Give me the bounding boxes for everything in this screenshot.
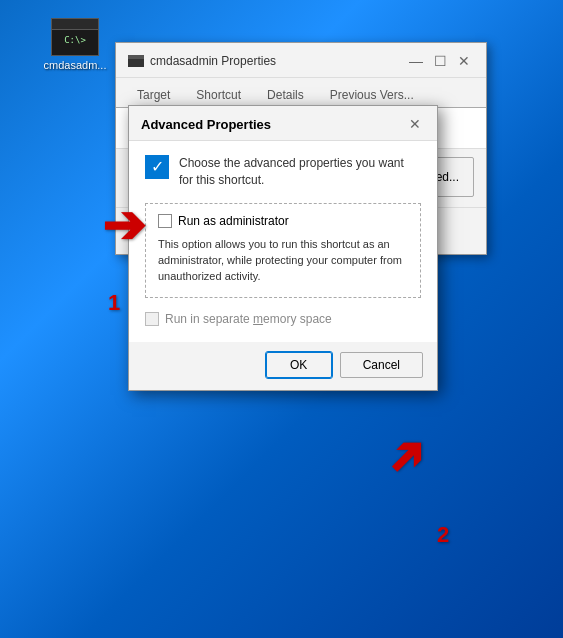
run-as-admin-description: This option allows you to run this short… <box>158 238 402 283</box>
properties-titlebar: cmdasadmin Properties — ☐ ✕ <box>116 43 486 78</box>
advanced-body: ✓ Choose the advanced properties you wan… <box>129 141 437 342</box>
arrow-2-indicator: ➔ <box>371 422 439 490</box>
advanced-footer: OK Cancel <box>129 342 437 390</box>
cmd-window-icon <box>128 55 144 67</box>
run-as-section: Run as administrator This option allows … <box>145 203 421 298</box>
advanced-close-button[interactable]: ✕ <box>405 114 425 134</box>
advanced-title-text: Advanced Properties <box>141 117 271 132</box>
run-as-row: Run as administrator <box>158 214 408 228</box>
advanced-checkbox[interactable]: ✓ <box>145 155 169 179</box>
properties-tabs: Target Shortcut Details Previous Vers... <box>116 78 486 108</box>
run-as-admin-label: Run as administrator <box>178 214 289 228</box>
number-2-label: 2 <box>437 522 449 548</box>
checkmark-icon: ✓ <box>151 159 164 175</box>
number-1-label: 1 <box>108 290 120 316</box>
maximize-button[interactable]: ☐ <box>430 51 450 71</box>
minimize-button[interactable]: — <box>406 51 426 71</box>
run-as-admin-checkbox[interactable] <box>158 214 172 228</box>
advanced-ok-button[interactable]: OK <box>266 352 332 378</box>
advanced-cancel-button[interactable]: Cancel <box>340 352 423 378</box>
properties-title: cmdasadmin Properties <box>128 54 276 68</box>
advanced-titlebar: Advanced Properties ✕ <box>129 106 437 141</box>
cmd-icon-text: C:\> <box>64 35 86 45</box>
advanced-header-row: ✓ Choose the advanced properties you wan… <box>145 155 421 189</box>
tab-previous-versions[interactable]: Previous Vers... <box>317 82 427 107</box>
run-separate-label: Run in separate memory space <box>165 312 332 326</box>
properties-title-text: cmdasadmin Properties <box>150 54 276 68</box>
close-button[interactable]: ✕ <box>454 51 474 71</box>
advanced-properties-dialog: Advanced Properties ✕ ✓ Choose the advan… <box>128 105 438 391</box>
run-separate-checkbox[interactable] <box>145 312 159 326</box>
desktop-icon-label: cmdasadm... <box>44 59 107 71</box>
run-separate-row: Run in separate memory space <box>145 308 421 330</box>
properties-window-controls: — ☐ ✕ <box>406 51 474 71</box>
desktop-icon-cmdasadmin[interactable]: C:\> cmdasadm... <box>40 18 110 71</box>
cmd-icon: C:\> <box>51 18 99 56</box>
advanced-header-description: Choose the advanced properties you want … <box>179 155 421 189</box>
tab-target[interactable]: Target <box>124 82 183 107</box>
tab-shortcut[interactable]: Shortcut <box>183 82 254 107</box>
tab-details[interactable]: Details <box>254 82 317 107</box>
